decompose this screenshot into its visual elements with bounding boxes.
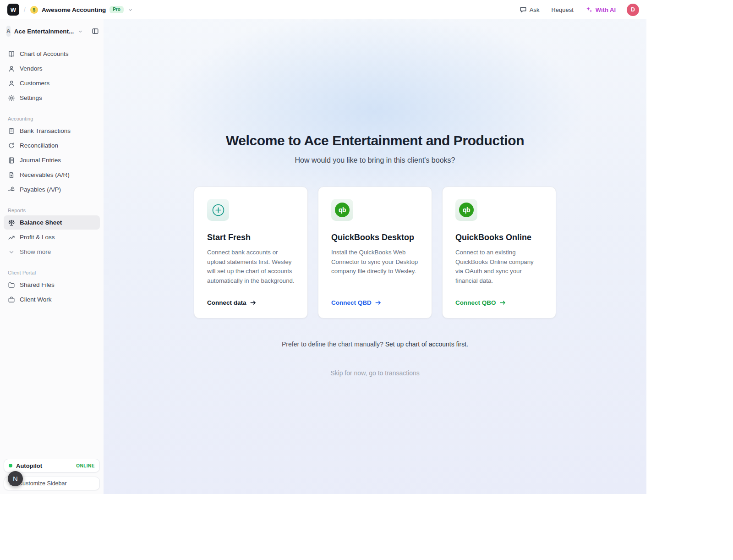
page-title: Welcome to Ace Entertainment and Product… [226, 133, 524, 148]
setup-chart-link[interactable]: Set up chart of accounts first. [385, 340, 468, 348]
section-title-client-portal: Client Portal [0, 270, 104, 275]
sidebar-item-label: Vendors [20, 65, 43, 72]
user-avatar[interactable]: D [627, 4, 639, 16]
card-title: QuickBooks Online [455, 233, 543, 242]
sidebar: A Ace Entertainment... Chart of Accounts… [0, 19, 104, 494]
client-switcher[interactable]: A Ace Entertainment... [0, 19, 104, 40]
app-logo[interactable]: W [7, 4, 19, 16]
folder-icon [8, 281, 15, 289]
autopilot-label: Autopilot [16, 462, 72, 469]
gear-icon [8, 94, 15, 102]
sidebar-item-label: Journal Entries [20, 157, 61, 164]
sidebar-item-label: Reconciliation [20, 142, 58, 149]
sidebar-item-reconciliation[interactable]: Reconciliation [4, 138, 100, 153]
card-quickbooks-online[interactable]: qb QuickBooks Online Connect to an exist… [442, 187, 556, 318]
top-bar-actions: Ask Request With AI D [519, 4, 639, 16]
sidebar-item-label: Customers [20, 80, 49, 87]
scale-icon [8, 219, 15, 226]
card-description: Install the QuickBooks Web Connector to … [331, 248, 419, 299]
file-in-icon [8, 171, 15, 179]
book-icon [8, 50, 15, 58]
pro-badge: Pro [109, 6, 124, 13]
import-options: Start Fresh Connect bank accounts or upl… [194, 187, 556, 318]
card-title: Start Fresh [207, 233, 295, 242]
card-icon-container: qb [331, 199, 353, 221]
sidebar-toggle-button[interactable] [91, 27, 100, 36]
card-start-fresh[interactable]: Start Fresh Connect bank accounts or upl… [194, 187, 308, 318]
manual-setup-hint: Prefer to define the chart manually? Set… [282, 340, 468, 348]
top-bar: W / $ Awesome Accounting Pro Ask Request… [0, 0, 646, 19]
sidebar-item-vendors[interactable]: Vendors [4, 61, 100, 76]
panel-toggle-icon [92, 27, 99, 35]
client-name: Ace Entertainment... [14, 28, 74, 35]
connect-qbo-link[interactable]: Connect QBO [455, 299, 543, 306]
ask-button[interactable]: Ask [519, 4, 541, 15]
refresh-icon [8, 142, 15, 149]
autopilot-status[interactable]: Autopilot ONLINE [4, 459, 100, 472]
sidebar-item-settings[interactable]: Settings [4, 91, 100, 105]
sidebar-item-label: Profit & Loss [20, 234, 55, 241]
page-subtitle: How would you like to bring in this clie… [295, 156, 455, 165]
arrow-right-icon [499, 299, 506, 306]
section-title-accounting: Accounting [0, 116, 104, 121]
sidebar-item-bank-transactions[interactable]: Bank Transactions [4, 124, 100, 138]
sidebar-item-label: Receivables (A/R) [20, 171, 70, 178]
sidebar-item-label: Balance Sheet [20, 219, 62, 226]
sidebar-item-receivables[interactable]: Receivables (A/R) [4, 168, 100, 182]
with-ai-button[interactable]: With AI [585, 4, 617, 15]
sidebar-item-profit-loss[interactable]: Profit & Loss [4, 230, 100, 244]
onboarding-main: Welcome to Ace Entertainment and Product… [104, 19, 646, 494]
receipt-icon [8, 127, 15, 135]
floating-avatar[interactable]: N [8, 471, 23, 486]
sidebar-item-show-more[interactable]: Show more [4, 245, 100, 259]
connect-qbd-link[interactable]: Connect QBD [331, 299, 419, 306]
manual-hint-text: Prefer to define the chart manually? [282, 340, 383, 348]
sidebar-item-payables[interactable]: Payables (A/P) [4, 182, 100, 197]
sidebar-item-label: Shared Files [20, 281, 55, 288]
chevron-down-icon[interactable] [127, 7, 133, 13]
sidebar-item-customers[interactable]: Customers [4, 76, 100, 90]
sidebar-item-label: Show more [20, 248, 51, 255]
card-quickbooks-desktop[interactable]: qb QuickBooks Desktop Install the QuickB… [318, 187, 432, 318]
section-title-reports: Reports [0, 208, 104, 213]
cta-label: Connect QBD [331, 299, 372, 306]
sparkles-icon [585, 6, 593, 13]
online-status-dot [9, 464, 12, 467]
skip-button[interactable]: Skip for now, go to transactions [328, 369, 422, 377]
cta-label: Connect data [207, 299, 246, 306]
chevron-down-icon [8, 248, 15, 256]
plus-circle-icon [211, 203, 225, 217]
client-avatar: A [6, 26, 11, 37]
breadcrumb: W / $ Awesome Accounting Pro [7, 4, 133, 16]
customize-sidebar-label: Customize Sidebar [18, 480, 67, 487]
person-icon [8, 65, 15, 72]
hand-money-icon [8, 186, 15, 193]
trend-up-icon [8, 234, 15, 241]
sidebar-item-label: Chart of Accounts [20, 50, 69, 57]
workspace-name[interactable]: Awesome Accounting [42, 6, 106, 13]
ask-label: Ask [530, 6, 540, 13]
quickbooks-icon: qb [335, 203, 350, 217]
chevron-down-icon[interactable] [77, 28, 83, 34]
breadcrumb-divider: / [24, 6, 26, 13]
sidebar-item-chart-of-accounts[interactable]: Chart of Accounts [4, 47, 100, 61]
sidebar-item-label: Payables (A/P) [20, 186, 61, 193]
sidebar-item-shared-files[interactable]: Shared Files [4, 278, 100, 292]
connect-data-link[interactable]: Connect data [207, 299, 295, 306]
app-window: W / $ Awesome Accounting Pro Ask Request… [0, 0, 646, 494]
request-button[interactable]: Request [550, 5, 574, 15]
sidebar-item-client-work[interactable]: Client Work [4, 292, 100, 307]
cta-label: Connect QBO [455, 299, 496, 306]
card-title: QuickBooks Desktop [331, 233, 419, 242]
briefcase-icon [8, 296, 15, 303]
money-face-emoji: $ [30, 6, 38, 14]
sidebar-item-journal-entries[interactable]: Journal Entries [4, 153, 100, 167]
sidebar-item-label: Client Work [20, 296, 52, 303]
sidebar-nav: Chart of Accounts Vendors Customers Sett… [0, 47, 104, 307]
card-icon-container [207, 199, 229, 221]
request-label: Request [551, 6, 573, 13]
with-ai-label: With AI [596, 6, 616, 13]
sidebar-item-balance-sheet[interactable]: Balance Sheet [4, 215, 100, 230]
card-description: Connect bank accounts or upload statemen… [207, 248, 295, 299]
arrow-right-icon [250, 299, 257, 306]
